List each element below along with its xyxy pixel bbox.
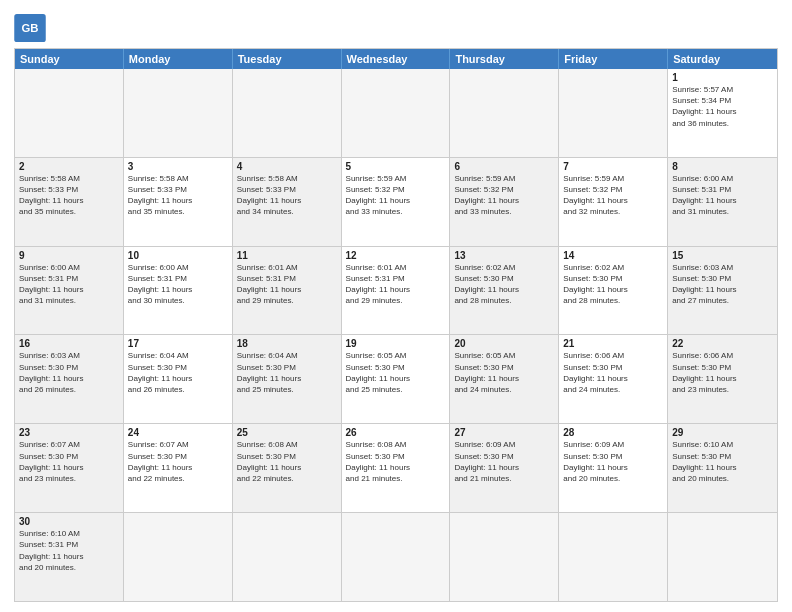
calendar-cell-3-2: 18Sunrise: 6:04 AM Sunset: 5:30 PM Dayli… bbox=[233, 335, 342, 423]
calendar-cell-2-0: 9Sunrise: 6:00 AM Sunset: 5:31 PM Daylig… bbox=[15, 247, 124, 335]
day-number: 8 bbox=[672, 161, 773, 172]
calendar: SundayMondayTuesdayWednesdayThursdayFrid… bbox=[14, 48, 778, 602]
page: GB SundayMondayTuesdayWednesdayThursdayF… bbox=[0, 0, 792, 612]
cell-info: Sunrise: 6:10 AM Sunset: 5:31 PM Dayligh… bbox=[19, 528, 119, 573]
calendar-cell-5-6 bbox=[668, 513, 777, 601]
header-day-thursday: Thursday bbox=[450, 49, 559, 69]
calendar-cell-3-1: 17Sunrise: 6:04 AM Sunset: 5:30 PM Dayli… bbox=[124, 335, 233, 423]
cell-info: Sunrise: 5:59 AM Sunset: 5:32 PM Dayligh… bbox=[563, 173, 663, 218]
calendar-cell-5-1 bbox=[124, 513, 233, 601]
calendar-cell-4-4: 27Sunrise: 6:09 AM Sunset: 5:30 PM Dayli… bbox=[450, 424, 559, 512]
cell-info: Sunrise: 6:00 AM Sunset: 5:31 PM Dayligh… bbox=[19, 262, 119, 307]
calendar-cell-0-0 bbox=[15, 69, 124, 157]
calendar-cell-2-1: 10Sunrise: 6:00 AM Sunset: 5:31 PM Dayli… bbox=[124, 247, 233, 335]
cell-info: Sunrise: 6:06 AM Sunset: 5:30 PM Dayligh… bbox=[563, 350, 663, 395]
calendar-cell-5-5 bbox=[559, 513, 668, 601]
calendar-cell-5-2 bbox=[233, 513, 342, 601]
calendar-cell-5-0: 30Sunrise: 6:10 AM Sunset: 5:31 PM Dayli… bbox=[15, 513, 124, 601]
day-number: 17 bbox=[128, 338, 228, 349]
calendar-cell-4-6: 29Sunrise: 6:10 AM Sunset: 5:30 PM Dayli… bbox=[668, 424, 777, 512]
day-number: 10 bbox=[128, 250, 228, 261]
calendar-cell-5-3 bbox=[342, 513, 451, 601]
cell-info: Sunrise: 5:57 AM Sunset: 5:34 PM Dayligh… bbox=[672, 84, 773, 129]
day-number: 5 bbox=[346, 161, 446, 172]
calendar-cell-5-4 bbox=[450, 513, 559, 601]
calendar-cell-4-2: 25Sunrise: 6:08 AM Sunset: 5:30 PM Dayli… bbox=[233, 424, 342, 512]
calendar-row-1: 2Sunrise: 5:58 AM Sunset: 5:33 PM Daylig… bbox=[15, 158, 777, 247]
cell-info: Sunrise: 6:01 AM Sunset: 5:31 PM Dayligh… bbox=[346, 262, 446, 307]
calendar-cell-1-4: 6Sunrise: 5:59 AM Sunset: 5:32 PM Daylig… bbox=[450, 158, 559, 246]
logo-icon: GB bbox=[14, 14, 46, 42]
day-number: 14 bbox=[563, 250, 663, 261]
calendar-row-3: 16Sunrise: 6:03 AM Sunset: 5:30 PM Dayli… bbox=[15, 335, 777, 424]
day-number: 30 bbox=[19, 516, 119, 527]
calendar-row-2: 9Sunrise: 6:00 AM Sunset: 5:31 PM Daylig… bbox=[15, 247, 777, 336]
calendar-cell-2-6: 15Sunrise: 6:03 AM Sunset: 5:30 PM Dayli… bbox=[668, 247, 777, 335]
day-number: 19 bbox=[346, 338, 446, 349]
calendar-cell-1-1: 3Sunrise: 5:58 AM Sunset: 5:33 PM Daylig… bbox=[124, 158, 233, 246]
cell-info: Sunrise: 6:08 AM Sunset: 5:30 PM Dayligh… bbox=[346, 439, 446, 484]
calendar-cell-0-5 bbox=[559, 69, 668, 157]
calendar-cell-3-5: 21Sunrise: 6:06 AM Sunset: 5:30 PM Dayli… bbox=[559, 335, 668, 423]
day-number: 29 bbox=[672, 427, 773, 438]
cell-info: Sunrise: 5:59 AM Sunset: 5:32 PM Dayligh… bbox=[454, 173, 554, 218]
header-day-tuesday: Tuesday bbox=[233, 49, 342, 69]
calendar-row-0: 1Sunrise: 5:57 AM Sunset: 5:34 PM Daylig… bbox=[15, 69, 777, 158]
day-number: 15 bbox=[672, 250, 773, 261]
calendar-cell-2-5: 14Sunrise: 6:02 AM Sunset: 5:30 PM Dayli… bbox=[559, 247, 668, 335]
cell-info: Sunrise: 6:01 AM Sunset: 5:31 PM Dayligh… bbox=[237, 262, 337, 307]
day-number: 16 bbox=[19, 338, 119, 349]
calendar-row-4: 23Sunrise: 6:07 AM Sunset: 5:30 PM Dayli… bbox=[15, 424, 777, 513]
calendar-cell-0-4 bbox=[450, 69, 559, 157]
day-number: 4 bbox=[237, 161, 337, 172]
day-number: 20 bbox=[454, 338, 554, 349]
cell-info: Sunrise: 6:07 AM Sunset: 5:30 PM Dayligh… bbox=[19, 439, 119, 484]
cell-info: Sunrise: 6:08 AM Sunset: 5:30 PM Dayligh… bbox=[237, 439, 337, 484]
cell-info: Sunrise: 6:06 AM Sunset: 5:30 PM Dayligh… bbox=[672, 350, 773, 395]
calendar-cell-4-3: 26Sunrise: 6:08 AM Sunset: 5:30 PM Dayli… bbox=[342, 424, 451, 512]
header-day-sunday: Sunday bbox=[15, 49, 124, 69]
cell-info: Sunrise: 6:02 AM Sunset: 5:30 PM Dayligh… bbox=[454, 262, 554, 307]
day-number: 9 bbox=[19, 250, 119, 261]
day-number: 28 bbox=[563, 427, 663, 438]
calendar-cell-0-6: 1Sunrise: 5:57 AM Sunset: 5:34 PM Daylig… bbox=[668, 69, 777, 157]
logo: GB bbox=[14, 14, 50, 42]
day-number: 6 bbox=[454, 161, 554, 172]
calendar-row-5: 30Sunrise: 6:10 AM Sunset: 5:31 PM Dayli… bbox=[15, 513, 777, 601]
cell-info: Sunrise: 6:07 AM Sunset: 5:30 PM Dayligh… bbox=[128, 439, 228, 484]
calendar-cell-1-5: 7Sunrise: 5:59 AM Sunset: 5:32 PM Daylig… bbox=[559, 158, 668, 246]
cell-info: Sunrise: 6:09 AM Sunset: 5:30 PM Dayligh… bbox=[454, 439, 554, 484]
day-number: 22 bbox=[672, 338, 773, 349]
day-number: 26 bbox=[346, 427, 446, 438]
cell-info: Sunrise: 6:00 AM Sunset: 5:31 PM Dayligh… bbox=[128, 262, 228, 307]
calendar-cell-4-5: 28Sunrise: 6:09 AM Sunset: 5:30 PM Dayli… bbox=[559, 424, 668, 512]
cell-info: Sunrise: 6:00 AM Sunset: 5:31 PM Dayligh… bbox=[672, 173, 773, 218]
day-number: 7 bbox=[563, 161, 663, 172]
day-number: 27 bbox=[454, 427, 554, 438]
calendar-cell-1-6: 8Sunrise: 6:00 AM Sunset: 5:31 PM Daylig… bbox=[668, 158, 777, 246]
cell-info: Sunrise: 6:05 AM Sunset: 5:30 PM Dayligh… bbox=[454, 350, 554, 395]
calendar-cell-0-1 bbox=[124, 69, 233, 157]
calendar-cell-0-2 bbox=[233, 69, 342, 157]
cell-info: Sunrise: 6:10 AM Sunset: 5:30 PM Dayligh… bbox=[672, 439, 773, 484]
calendar-cell-1-0: 2Sunrise: 5:58 AM Sunset: 5:33 PM Daylig… bbox=[15, 158, 124, 246]
day-number: 3 bbox=[128, 161, 228, 172]
cell-info: Sunrise: 5:58 AM Sunset: 5:33 PM Dayligh… bbox=[237, 173, 337, 218]
cell-info: Sunrise: 6:03 AM Sunset: 5:30 PM Dayligh… bbox=[672, 262, 773, 307]
calendar-cell-4-1: 24Sunrise: 6:07 AM Sunset: 5:30 PM Dayli… bbox=[124, 424, 233, 512]
day-number: 24 bbox=[128, 427, 228, 438]
calendar-cell-2-3: 12Sunrise: 6:01 AM Sunset: 5:31 PM Dayli… bbox=[342, 247, 451, 335]
cell-info: Sunrise: 6:05 AM Sunset: 5:30 PM Dayligh… bbox=[346, 350, 446, 395]
header-day-saturday: Saturday bbox=[668, 49, 777, 69]
cell-info: Sunrise: 6:04 AM Sunset: 5:30 PM Dayligh… bbox=[237, 350, 337, 395]
day-number: 21 bbox=[563, 338, 663, 349]
calendar-cell-3-6: 22Sunrise: 6:06 AM Sunset: 5:30 PM Dayli… bbox=[668, 335, 777, 423]
cell-info: Sunrise: 6:04 AM Sunset: 5:30 PM Dayligh… bbox=[128, 350, 228, 395]
day-number: 13 bbox=[454, 250, 554, 261]
calendar-cell-1-2: 4Sunrise: 5:58 AM Sunset: 5:33 PM Daylig… bbox=[233, 158, 342, 246]
calendar-cell-4-0: 23Sunrise: 6:07 AM Sunset: 5:30 PM Dayli… bbox=[15, 424, 124, 512]
day-number: 2 bbox=[19, 161, 119, 172]
day-number: 12 bbox=[346, 250, 446, 261]
day-number: 11 bbox=[237, 250, 337, 261]
svg-text:GB: GB bbox=[21, 22, 38, 34]
